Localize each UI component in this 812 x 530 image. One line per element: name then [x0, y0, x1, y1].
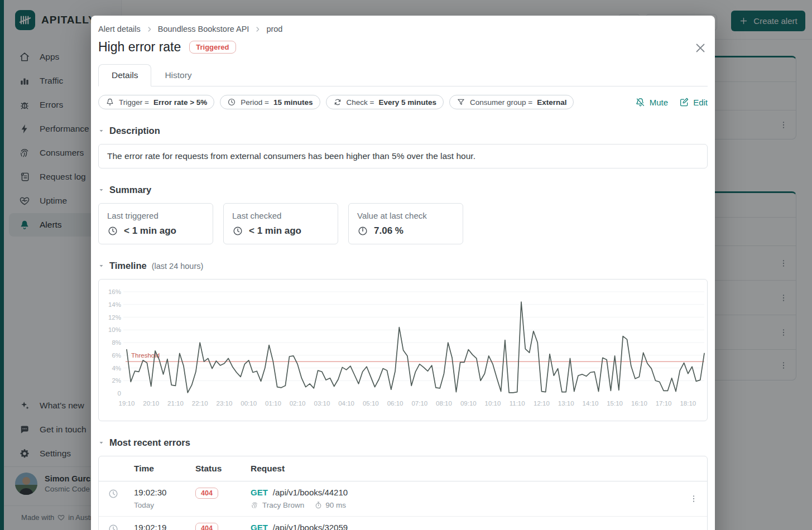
edit-label: Edit	[693, 98, 708, 107]
svg-text:05:10: 05:10	[363, 400, 379, 407]
gauge-icon	[357, 225, 368, 237]
chip-value: Error rate > 5%	[153, 98, 207, 107]
chevron-right-icon	[146, 26, 153, 33]
funnel-icon	[457, 98, 465, 107]
bell-icon	[105, 98, 114, 107]
clock-icon	[107, 225, 118, 237]
section-title: Summary	[109, 185, 151, 195]
svg-text:16:10: 16:10	[631, 400, 647, 407]
recent-errors-section-header[interactable]: Most recent errors	[98, 437, 708, 448]
timeline-section-header[interactable]: Timeline (last 24 hours)	[98, 261, 708, 271]
card-value: < 1 min ago	[124, 225, 176, 237]
close-icon[interactable]	[693, 41, 708, 55]
svg-text:8%: 8%	[112, 339, 121, 346]
breadcrumb: Alert details Boundless Bookstore API pr…	[98, 16, 708, 33]
edit-icon	[679, 97, 689, 107]
breadcrumb-app[interactable]: Boundless Bookstore API	[158, 25, 249, 33]
svg-text:06:10: 06:10	[387, 400, 403, 407]
last-triggered-card: Last triggered < 1 min ago	[98, 203, 213, 244]
refresh-icon	[333, 98, 342, 107]
svg-text:15:10: 15:10	[607, 400, 623, 407]
chip-value: External	[537, 98, 566, 107]
caret-down-icon	[98, 187, 104, 193]
http-method: GET	[251, 488, 268, 497]
check-chip: Check =Every 5 minutes	[326, 95, 444, 109]
http-method: GET	[251, 523, 268, 530]
request-path: /api/v1/books/32059	[273, 523, 348, 530]
chip-label: Consumer group =	[470, 98, 532, 107]
chip-label: Trigger =	[119, 98, 149, 107]
svg-text:17:10: 17:10	[656, 400, 672, 407]
svg-text:10%: 10%	[108, 326, 121, 333]
consumer-group-chip: Consumer group =External	[449, 95, 574, 109]
value-at-last-check-card: Value at last check 7.06 %	[348, 203, 463, 244]
svg-text:11:10: 11:10	[510, 400, 525, 407]
column-status: Status	[195, 464, 251, 474]
column-request: Request	[251, 464, 678, 474]
breadcrumb-env[interactable]: prod	[266, 25, 282, 33]
timeline-chart: 16%14%12%10%8%6%4%2%019:1020:1021:1022:1…	[99, 280, 707, 417]
svg-text:23:10: 23:10	[217, 400, 233, 407]
error-time: 19:02:30	[134, 488, 195, 497]
svg-text:16%: 16%	[108, 288, 121, 295]
clock-icon	[108, 488, 119, 499]
status-badge: Triggered	[189, 41, 236, 54]
last-checked-card: Last checked < 1 min ago	[223, 203, 338, 244]
svg-text:02:10: 02:10	[290, 400, 306, 407]
response-time: 90 ms	[325, 501, 346, 509]
svg-text:22:10: 22:10	[192, 400, 208, 407]
card-label: Value at last check	[357, 211, 454, 220]
summary-section-header[interactable]: Summary	[98, 185, 708, 195]
timeline-chart-card: 16%14%12%10%8%6%4%2%019:1020:1021:1022:1…	[98, 279, 708, 421]
svg-text:21:10: 21:10	[167, 400, 184, 407]
kebab-menu-icon[interactable]	[689, 494, 698, 503]
svg-text:14:10: 14:10	[583, 400, 599, 407]
section-subtitle: (last 24 hours)	[152, 262, 204, 271]
clock-icon	[227, 98, 236, 107]
svg-text:10:10: 10:10	[485, 400, 501, 407]
alert-details-modal: Alert details Boundless Bookstore API pr…	[91, 16, 715, 530]
svg-text:0: 0	[118, 390, 121, 397]
svg-text:14%: 14%	[108, 301, 121, 308]
mute-button[interactable]: Mute	[635, 97, 668, 108]
section-title: Description	[109, 126, 160, 136]
clock-icon	[108, 523, 119, 530]
error-row[interactable]: 19:02:19 Today 404 GET/api/v1/books/3205…	[99, 517, 707, 530]
status-code-badge: 404	[195, 523, 218, 530]
error-row[interactable]: 19:02:30 Today 404 GET/api/v1/books/4421…	[99, 481, 707, 517]
caret-down-icon	[98, 128, 104, 134]
tab-details[interactable]: Details	[98, 64, 151, 86]
section-title: Most recent errors	[109, 437, 190, 448]
card-label: Last checked	[232, 211, 329, 220]
svg-text:12:10: 12:10	[534, 400, 550, 407]
consumer-name: Tracy Brown	[262, 501, 304, 509]
svg-text:13:10: 13:10	[558, 400, 574, 407]
chip-label: Check =	[347, 98, 374, 107]
tab-history[interactable]: History	[151, 64, 205, 86]
mute-label: Mute	[650, 98, 668, 107]
recent-errors-table: Time Status Request 19:02:30 Today 404 G…	[98, 456, 708, 530]
fingerprint-icon	[251, 501, 259, 509]
svg-text:2%: 2%	[112, 377, 121, 384]
svg-text:07:10: 07:10	[411, 400, 427, 407]
status-code-badge: 404	[195, 488, 218, 499]
svg-text:18:10: 18:10	[680, 400, 696, 407]
description-text: The error rate for requests from externa…	[98, 144, 708, 168]
description-section-header[interactable]: Description	[98, 126, 708, 136]
card-value: < 1 min ago	[249, 225, 301, 237]
breadcrumb-alert-details[interactable]: Alert details	[98, 25, 141, 33]
table-header-row: Time Status Request	[99, 456, 707, 481]
svg-text:6%: 6%	[112, 352, 121, 359]
request-path: /api/v1/books/44210	[273, 488, 348, 497]
bell-slash-icon	[635, 97, 646, 108]
section-title: Timeline	[109, 261, 147, 271]
caret-down-icon	[98, 263, 104, 269]
edit-button[interactable]: Edit	[679, 97, 708, 108]
error-time: 19:02:19	[134, 523, 195, 530]
card-value: 7.06 %	[374, 225, 403, 237]
svg-text:08:10: 08:10	[436, 400, 452, 407]
chip-value: Every 5 minutes	[378, 98, 436, 107]
svg-text:20:10: 20:10	[143, 400, 159, 407]
column-time: Time	[134, 464, 195, 474]
period-chip: Period =15 minutes	[220, 95, 320, 109]
